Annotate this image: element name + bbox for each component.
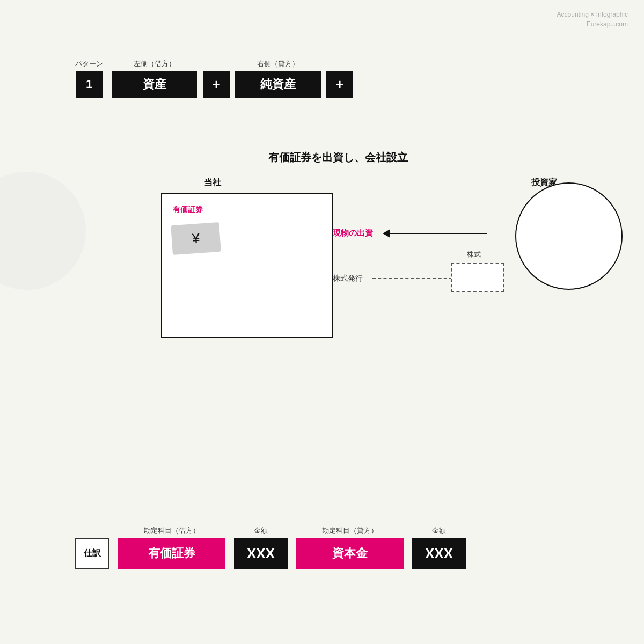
pattern-number: 1 (86, 77, 92, 91)
pattern-label: パターン (75, 59, 103, 69)
right-equity-label: 純資産 (260, 76, 296, 92)
credit-amount-box: XXX (412, 538, 466, 569)
journal-section: 仕訳 勘定科目（借方） 有価証券 金額 XXX 勘定科目（貸方） 資本金 金額 … (75, 526, 580, 569)
securities-label: 有価証券 (173, 205, 203, 215)
company-label: 当社 (204, 177, 221, 188)
left-asset-box: 資産 (112, 71, 197, 98)
plus-symbol-2: + (335, 76, 343, 93)
yen-symbol: ¥ (192, 230, 201, 247)
yen-card: ¥ (171, 222, 221, 255)
debit-account-label: 有価証券 (148, 545, 195, 561)
pattern-section: パターン 1 左側（借方） 資産 + 右側（貸方） 純資産 + (75, 59, 355, 98)
genbutsu-arrow-group: 現物の出資 (333, 228, 487, 238)
debit-account-header: 勘定科目（借方） (144, 526, 200, 536)
credit-amount-col: 金額 XXX (412, 526, 466, 569)
debit-account-box: 有価証券 (118, 538, 225, 569)
kabushiki-label: 株式発行 (333, 274, 363, 283)
debit-account-col: 勘定科目（借方） 有価証券 (118, 526, 225, 569)
shiwake-col: 仕訳 (75, 528, 109, 569)
watermark: Accounting × Infographic Eurekapu.com (557, 10, 628, 29)
t-account: 有価証券 ¥ (161, 193, 333, 338)
credit-account-col: 勘定科目（貸方） 資本金 (296, 526, 404, 569)
left-asset-label: 資産 (143, 76, 166, 92)
plus-box-1: + (203, 71, 230, 98)
left-decorative-circle (0, 172, 86, 290)
kabushiki-box-label: 株式 (467, 250, 481, 259)
genbutsu-arrowhead (383, 229, 390, 238)
right-side-label: 右側（貸方） (257, 59, 299, 69)
plus-box-2: + (326, 71, 353, 98)
plus-symbol-1: + (212, 76, 220, 93)
debit-amount-box: XXX (234, 538, 288, 569)
credit-account-header: 勘定科目（貸方） (322, 526, 378, 536)
right-equity-box: 純資産 (235, 71, 321, 98)
debit-amount-header: 金額 (254, 526, 268, 536)
pattern-number-col: パターン 1 (75, 59, 103, 98)
left-side-label: 左側（借方） (134, 59, 175, 69)
watermark-line1: Accounting × Infographic (557, 10, 628, 19)
watermark-line2: Eurekapu.com (557, 19, 628, 29)
genbutsu-arrow-line (390, 233, 487, 234)
credit-account-box: 資本金 (296, 538, 404, 569)
pattern-number-box: 1 (76, 71, 103, 98)
credit-amount-header: 金額 (432, 526, 446, 536)
t-account-divider (247, 194, 247, 337)
genbutsu-label: 現物の出資 (333, 228, 373, 238)
left-side-col: 左側（借方） 資産 (112, 59, 197, 98)
credit-account-label: 資本金 (332, 545, 368, 561)
kabushiki-box (451, 263, 504, 292)
shiwake-box: 仕訳 (75, 538, 109, 569)
debit-amount-col: 金額 XXX (234, 526, 288, 569)
debit-amount-label: XXX (247, 545, 275, 562)
diagram-title: 有価証券を出資し、会社設立 (268, 150, 408, 165)
right-side-col: 右側（貸方） 純資産 (235, 59, 321, 98)
credit-amount-label: XXX (425, 545, 453, 562)
investor-circle (515, 182, 623, 290)
shiwake-label: 仕訳 (84, 548, 101, 559)
